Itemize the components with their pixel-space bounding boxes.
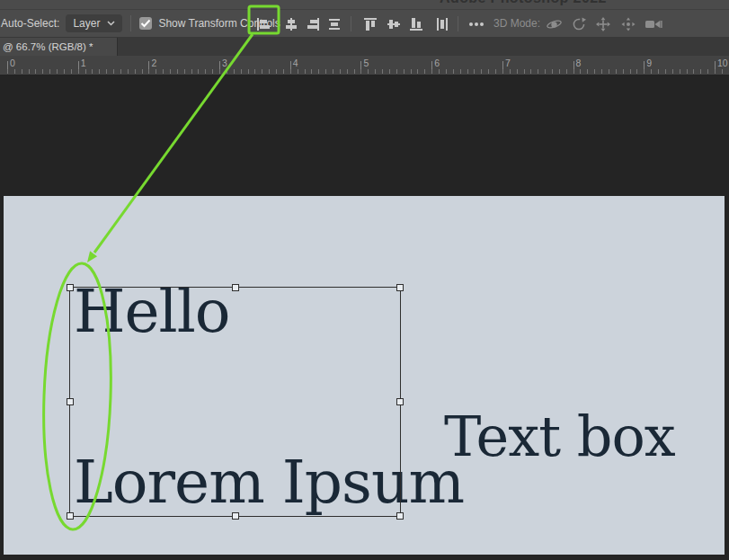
- show-transform-controls-checkbox[interactable]: [139, 17, 152, 30]
- transform-bounding-box[interactable]: [69, 287, 401, 517]
- auto-select-label: Auto-Select:: [1, 17, 59, 30]
- auto-select-dropdown[interactable]: Layer: [66, 14, 122, 32]
- transform-handle-middle-left[interactable]: [67, 398, 74, 405]
- 3d-camera-button[interactable]: [644, 16, 663, 32]
- 3d-orbit-button[interactable]: [545, 16, 563, 32]
- options-bar: Auto-Select: Layer Show Transform Contro…: [0, 10, 729, 38]
- photoshop-window: Adobe Photoshop 2022 Auto-Select: Layer …: [0, 0, 729, 560]
- align-right-edges-icon: [306, 17, 320, 31]
- 3d-roll-button[interactable]: [570, 16, 588, 32]
- align-bottom-edges-icon: [409, 17, 423, 31]
- 3d-pan-icon: [595, 16, 611, 32]
- ruler-minor-ticks: [7, 69, 729, 74]
- align-right-edges-button[interactable]: [305, 16, 321, 32]
- document-canvas[interactable]: Hello Lorem Ipsum Text box: [4, 196, 725, 555]
- transform-handle-bottom-right[interactable]: [396, 512, 404, 520]
- transform-handle-top-left[interactable]: [67, 284, 74, 291]
- ruler-label: 3: [222, 58, 227, 68]
- ruler-label: 7: [505, 58, 511, 68]
- 3d-orbit-icon: [546, 16, 563, 32]
- distribute-vertical-centers-button[interactable]: [326, 16, 342, 32]
- align-horizontal-centers-icon: [284, 17, 298, 31]
- 3d-slide-button[interactable]: [619, 16, 637, 32]
- more-align-options-button[interactable]: [467, 16, 486, 32]
- options-separator: [458, 16, 458, 31]
- transform-handle-top-middle[interactable]: [232, 284, 239, 291]
- ruler-label: 0: [10, 58, 15, 68]
- transform-handle-middle-right[interactable]: [396, 398, 404, 405]
- 3d-camera-icon: [645, 17, 662, 31]
- align-vertical-centers-button[interactable]: [386, 16, 402, 32]
- check-icon: [140, 19, 151, 28]
- align-horizontal-centers-button[interactable]: [283, 16, 299, 32]
- distribute-horizontal-centers-button[interactable]: [434, 16, 450, 32]
- ruler-label: 9: [646, 58, 652, 68]
- distribute-horizontal-centers-icon: [435, 17, 449, 31]
- align-bottom-edges-button[interactable]: [408, 16, 424, 32]
- transform-handle-bottom-middle[interactable]: [232, 512, 239, 520]
- 3d-mode-label: 3D Mode:: [493, 10, 540, 37]
- options-separator: [130, 15, 131, 31]
- 3d-roll-icon: [571, 16, 587, 32]
- align-left-edges-button[interactable]: [255, 16, 271, 32]
- document-tab-bar: @ 66.7% (RGB/8) *: [0, 38, 729, 56]
- align-left-edges-icon: [256, 17, 271, 31]
- transform-handle-bottom-left[interactable]: [67, 512, 74, 520]
- document-tab[interactable]: @ 66.7% (RGB/8) *: [0, 38, 118, 56]
- align-vertical-centers-icon: [387, 17, 401, 31]
- align-top-edges-button[interactable]: [362, 16, 378, 32]
- ruler-label: 4: [293, 58, 298, 68]
- ellipsis-more-options-icon: [467, 17, 485, 31]
- distribute-vertical-centers-icon: [327, 17, 342, 31]
- ruler-horizontal[interactable]: 012345678910: [0, 56, 729, 76]
- ruler-label: 5: [364, 58, 369, 68]
- 3d-slide-icon: [620, 16, 636, 32]
- ruler-label: 8: [576, 58, 582, 68]
- ruler-label: 10: [717, 58, 728, 68]
- chevron-down-icon: [107, 21, 115, 26]
- auto-select-value: Layer: [73, 17, 100, 30]
- ruler-label: 2: [151, 58, 156, 68]
- window-titlebar: Adobe Photoshop 2022: [0, 0, 729, 10]
- 3d-pan-button[interactable]: [594, 16, 612, 32]
- move-tool-options: Auto-Select: Layer Show Transform Contro…: [0, 10, 280, 37]
- align-top-edges-icon: [363, 17, 378, 31]
- ruler-label: 6: [434, 58, 440, 68]
- canvas-pasteboard[interactable]: Hello Lorem Ipsum Text box: [0, 76, 729, 560]
- window-title: Adobe Photoshop 2022: [440, 0, 607, 6]
- document-tab-label: @ 66.7% (RGB/8) *: [3, 41, 93, 52]
- text-layer-textbox[interactable]: Text box: [444, 409, 675, 465]
- transform-handle-top-right[interactable]: [396, 284, 404, 291]
- options-separator: [351, 16, 351, 31]
- ruler-label: 1: [81, 58, 86, 68]
